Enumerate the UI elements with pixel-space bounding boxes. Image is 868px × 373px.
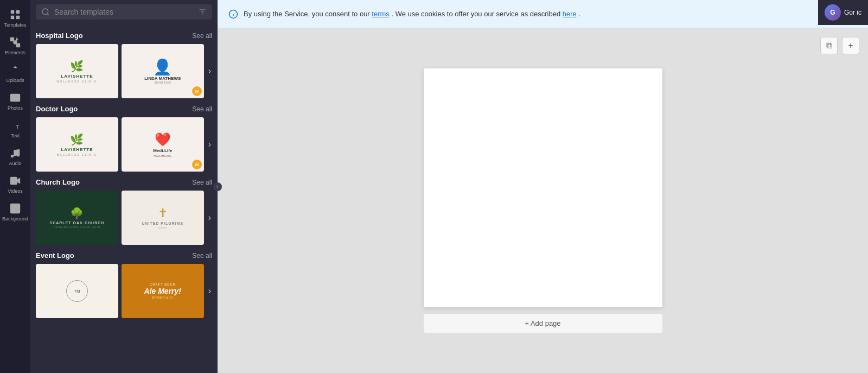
text-icon: T <box>9 119 21 131</box>
cookie-message: By using the Service, you consent to our… <box>244 10 580 18</box>
chevron-right-doctor[interactable]: › <box>207 138 212 150</box>
church-template-row: 🌳 SCARLET OAK CHURCH GROWING STRONGER IN… <box>36 191 212 245</box>
sidebar-label-uploads: Uploads <box>6 78 24 83</box>
user-avatar[interactable]: G <box>825 4 841 21</box>
background-icon <box>9 203 21 214</box>
lavishette-logo-2: 🌿 LAVISHETTE WELLNESS CLINIC <box>56 133 97 156</box>
pilgrims-logo: ✝ UNITED PILGRIMS CHURCH <box>142 206 183 229</box>
audio-icon <box>9 147 21 159</box>
cookie-text: By using the Service, you consent to our… <box>228 9 580 19</box>
premium-badge-linda: W <box>192 86 202 96</box>
svg-point-11 <box>17 154 20 157</box>
template-thumb-scarlet[interactable]: 🌳 SCARLET OAK CHURCH GROWING STRONGER IN… <box>36 191 118 245</box>
info-icon <box>228 9 238 19</box>
sidebar-item-photos[interactable]: Photos <box>0 87 30 115</box>
svg-rect-3 <box>16 16 20 19</box>
sidebar-item-videos[interactable]: Videos <box>0 170 30 198</box>
sidebar-item-text[interactable]: T Text <box>0 115 30 143</box>
sidebar-label-videos: Videos <box>8 188 22 194</box>
svg-rect-6 <box>16 43 20 47</box>
main-area: By using the Service, you consent to our… <box>218 0 868 373</box>
templates-scroll: Hospital Logo See all 🌿 LAVISHETTE WELLN… <box>30 24 218 373</box>
svg-point-10 <box>11 155 14 158</box>
scarlet-logo: 🌳 SCARLET OAK CHURCH GROWING STRONGER IN… <box>50 207 105 229</box>
search-icon <box>41 8 50 16</box>
elements-icon <box>9 36 21 48</box>
section-header-event: Event Logo See all <box>36 251 212 260</box>
see-all-event[interactable]: See all <box>192 252 212 260</box>
template-thumb-pilgrims[interactable]: ✝ UNITED PILGRIMS CHURCH <box>122 191 204 245</box>
user-initials: G <box>830 9 835 16</box>
template-thumb-lavishette-1[interactable]: 🌿 LAVISHETTE WELLNESS CLINIC <box>36 44 118 98</box>
chevron-right-event[interactable]: › <box>207 285 212 297</box>
svg-rect-0 <box>11 10 14 14</box>
cookie-banner: By using the Service, you consent to our… <box>218 0 868 28</box>
search-bar <box>36 4 212 20</box>
add-page-button[interactable]: + Add page <box>424 314 662 333</box>
sidebar-label-templates: Templates <box>4 22 26 28</box>
svg-point-14 <box>42 9 48 15</box>
svg-rect-12 <box>10 177 17 185</box>
section-title-event: Event Logo <box>36 251 74 260</box>
sidebar-label-elements: Elements <box>5 50 25 55</box>
section-title-hospital: Hospital Logo <box>36 31 83 40</box>
svg-rect-5 <box>10 37 14 41</box>
doctor-template-row: 🌿 LAVISHETTE WELLNESS CLINIC ❤️ Medi-Lif… <box>36 117 212 172</box>
search-input[interactable] <box>54 8 194 16</box>
sidebar-label-background: Background <box>2 216 28 222</box>
sidebar-item-background[interactable]: Background <box>0 198 30 226</box>
add-icon: + <box>848 41 853 50</box>
collapse-panel-button[interactable]: ‹ <box>213 182 222 191</box>
chevron-right-church[interactable]: › <box>207 212 212 224</box>
sidebar-item-uploads[interactable]: Uploads <box>0 60 30 87</box>
template-thumb-lavishette-2[interactable]: 🌿 LAVISHETTE WELLNESS CLINIC <box>36 117 118 172</box>
photo-icon <box>9 92 21 104</box>
sidebar-item-audio[interactable]: Audio <box>0 143 30 170</box>
section-title-doctor: Doctor Logo <box>36 105 78 113</box>
user-label: Gor ic <box>844 9 861 16</box>
premium-badge-medi: W <box>192 160 202 169</box>
svg-rect-2 <box>11 16 14 19</box>
template-thumb-medi[interactable]: ❤️ Medi-Life HEALTHCARE W <box>122 117 204 172</box>
hospital-template-row: 🌿 LAVISHETTE WELLNESS CLINIC 👤 LINDA MAT… <box>36 44 212 98</box>
duplicate-icon: ⧉ <box>826 41 832 50</box>
template-thumb-ale[interactable]: CRAFT BEER Ale Merry! BREWERY & CO. <box>122 264 204 318</box>
event-template-row: TM CRAFT BEER Ale Merry! BREWERY & CO. › <box>36 264 212 318</box>
grid-icon <box>9 9 21 21</box>
sidebar-item-templates[interactable]: Templates <box>0 4 30 32</box>
filter-icon[interactable] <box>198 8 207 16</box>
video-icon <box>9 175 21 187</box>
terms-link[interactable]: terms <box>372 10 390 18</box>
see-all-church[interactable]: See all <box>192 179 212 186</box>
canvas-toolbar: ⧉ + <box>820 37 859 54</box>
section-header-hospital: Hospital Logo See all <box>36 31 212 40</box>
section-title-church: Church Logo <box>36 178 80 186</box>
linda-logo: 👤 LINDA MATHEWS BEAUTICIAN <box>144 58 181 84</box>
section-header-doctor: Doctor Logo See all <box>36 105 212 113</box>
canvas-area: ⧉ + + Add page <box>218 28 868 373</box>
sidebar-label-text: Text <box>11 133 20 138</box>
sidebar-icons: Templates Elements Uploads Photos T Text… <box>0 0 30 373</box>
ale-logo: CRAFT BEER Ale Merry! BREWERY & CO. <box>144 283 181 299</box>
top-right-user-area: G Gor ic <box>818 0 868 25</box>
here-link[interactable]: here <box>563 10 577 18</box>
upload-icon <box>9 64 21 76</box>
tom-logo: TM <box>66 280 88 302</box>
template-thumb-linda[interactable]: 👤 LINDA MATHEWS BEAUTICIAN W <box>122 44 204 98</box>
svg-point-8 <box>12 96 15 98</box>
duplicate-button[interactable]: ⧉ <box>820 37 838 54</box>
chevron-right-hospital[interactable]: › <box>207 65 212 77</box>
canvas-page <box>424 68 662 307</box>
see-all-doctor[interactable]: See all <box>192 105 212 113</box>
templates-panel: Hospital Logo See all 🌿 LAVISHETTE WELLN… <box>30 0 218 373</box>
add-page-toolbar-button[interactable]: + <box>842 37 859 54</box>
sidebar-label-audio: Audio <box>9 161 21 166</box>
sidebar-item-elements[interactable]: Elements <box>0 32 30 60</box>
section-header-church: Church Logo See all <box>36 178 212 186</box>
lavishette-logo-1: 🌿 LAVISHETTE WELLNESS CLINIC <box>56 60 97 83</box>
svg-rect-1 <box>16 10 20 14</box>
svg-text:T: T <box>16 124 20 130</box>
sidebar-label-photos: Photos <box>8 105 23 111</box>
see-all-hospital[interactable]: See all <box>192 32 212 40</box>
template-thumb-tom[interactable]: TM <box>36 264 118 318</box>
